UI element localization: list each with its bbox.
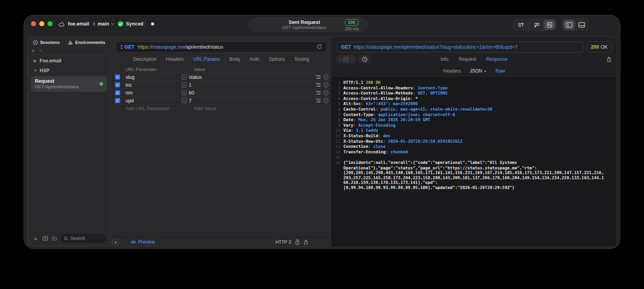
line-number: 14 xyxy=(333,149,340,155)
request-url-bar[interactable]: GET https://statuspage.me/api/embed/stat… xyxy=(116,42,327,53)
tab-auth[interactable]: Auth xyxy=(250,56,259,62)
code-segment: Content-Type xyxy=(418,85,448,90)
minimize-window-button[interactable] xyxy=(39,21,44,26)
code-segment: : xyxy=(368,144,373,149)
tab-headers[interactable]: Headers xyxy=(166,56,184,62)
search-input[interactable]: Search xyxy=(60,234,106,243)
add-session-button[interactable]: + xyxy=(31,47,39,54)
tab-response[interactable]: Response xyxy=(486,56,507,62)
toggle-sidebar-button[interactable] xyxy=(563,20,575,30)
tab-info[interactable]: Info xyxy=(441,56,449,62)
remove-session-button[interactable]: − xyxy=(39,47,46,54)
tab-description[interactable]: Description xyxy=(133,56,157,62)
chain-sync-button[interactable] xyxy=(531,20,543,30)
code-segment: chunked xyxy=(390,149,408,154)
param-value[interactable]: 60 xyxy=(189,90,316,96)
lock-button[interactable] xyxy=(303,239,308,245)
tab-sessions[interactable]: Sessions xyxy=(33,40,60,45)
export-response-button[interactable] xyxy=(606,56,612,63)
tree-group-hsp[interactable]: ▼ HSP xyxy=(29,66,109,75)
request-method[interactable]: GET xyxy=(124,44,135,50)
tree-group-foe-email[interactable]: ▶ Foe.email xyxy=(29,56,109,65)
param-checkbox[interactable]: ✓ xyxy=(115,75,120,80)
share-request-button[interactable] xyxy=(295,239,300,245)
response-viewer: GET https://statuspage.me/api/embed/stat… xyxy=(332,37,617,247)
drag-handle-icon[interactable] xyxy=(316,99,321,102)
history-button[interactable] xyxy=(359,55,370,64)
param-value[interactable]: status xyxy=(189,75,316,80)
tab-options[interactable]: Options xyxy=(269,56,285,62)
code-segment: Access-Control-Allow-Methods xyxy=(343,91,413,95)
url-host: statuspage.me xyxy=(152,44,184,50)
param-value[interactable]: 1 xyxy=(189,82,316,88)
tab-testing[interactable]: Testing xyxy=(294,56,309,62)
project-name: foe.email xyxy=(68,21,89,27)
subtab-json[interactable]: JSON xyxy=(470,68,487,74)
code-segment: HTTP/1.1 xyxy=(343,80,366,85)
param-checkbox[interactable]: ✓ xyxy=(115,90,120,95)
prev-response-button[interactable]: ‹ xyxy=(337,55,343,63)
param-checkbox[interactable]: ✓ xyxy=(115,98,120,103)
preview-button[interactable]: </> Preview xyxy=(131,239,155,245)
tab-url-params[interactable]: URL Params xyxy=(193,56,220,62)
sort-order-button[interactable] xyxy=(515,20,527,30)
next-response-button[interactable]: › xyxy=(349,55,355,63)
drag-handle-icon[interactable] xyxy=(316,83,321,86)
code-line: 60,218,159,138,178,135,173,141],"upd": xyxy=(333,180,614,185)
main-content: Sessions Environments +− ▶ Foe.email ▼ H… xyxy=(27,36,617,247)
sent-url-box[interactable]: GET https://statuspage.me/api/embed/stat… xyxy=(336,42,584,53)
list-options-icon xyxy=(51,236,58,241)
add-param-placeholder[interactable]: Add URL Parameter xyxy=(126,106,194,111)
resend-button[interactable] xyxy=(317,44,322,51)
zoom-window-button[interactable] xyxy=(47,21,53,26)
subtab-headers[interactable]: Headers xyxy=(443,68,461,74)
tab-body[interactable]: Body xyxy=(230,56,240,62)
param-checkbox[interactable]: ✓ xyxy=(115,82,120,87)
transfer-panel-button[interactable] xyxy=(544,20,555,30)
status-code-badge: 200 xyxy=(345,19,358,26)
toggle-bottom-panel-button[interactable] xyxy=(576,20,587,30)
param-value[interactable]: 7 xyxy=(189,98,316,104)
subtab-raw[interactable]: Raw xyxy=(496,68,505,74)
branch-selector[interactable]: main xyxy=(91,20,115,28)
sync-status[interactable]: Synced xyxy=(117,20,143,28)
search-placeholder: Search xyxy=(70,236,85,241)
code-segment: Mon, 26 Jan 2026 20:29:59 GMT xyxy=(358,117,430,122)
view-options-button[interactable] xyxy=(51,235,58,242)
new-group-button[interactable] xyxy=(42,235,49,242)
sent-request-pill[interactable]: Sent Request GET /api/embed/status 200 2… xyxy=(248,18,368,32)
equals-type-icon[interactable]: = xyxy=(182,82,187,87)
drag-handle-icon[interactable] xyxy=(316,75,321,78)
sidebar-item-request[interactable]: Request GET /api/embed/status xyxy=(31,76,107,92)
line-number: 2 xyxy=(333,85,340,91)
code-line: 6Cache-Control: public, max-age=15, stal… xyxy=(333,107,614,112)
tab-environments[interactable]: Environments xyxy=(68,40,105,45)
close-window-button[interactable] xyxy=(31,21,36,26)
protocol-selector[interactable]: HTTP xyxy=(275,240,292,244)
remove-param-icon[interactable] xyxy=(323,98,328,103)
code-segment: GET, OPTIONS xyxy=(418,91,448,95)
add-request-button[interactable]: + xyxy=(32,235,39,242)
add-value-placeholder[interactable]: Add Value xyxy=(194,106,216,111)
add-param-row[interactable]: Add URL Parameter Add Value xyxy=(111,104,331,112)
remove-param-icon[interactable] xyxy=(323,90,328,95)
equals-type-icon[interactable]: = xyxy=(182,90,187,95)
table-header: URL Parameter Value xyxy=(111,66,331,73)
code-segment: Access-Control-Allow-Origin xyxy=(343,96,410,101)
expand-panel-button[interactable]: ▲ xyxy=(112,239,119,245)
remove-param-icon[interactable] xyxy=(323,82,328,87)
equals-type-icon[interactable]: = xyxy=(182,75,187,80)
param-name[interactable]: slug xyxy=(126,75,182,80)
line-number: 13 xyxy=(333,144,340,149)
param-name[interactable]: rtm xyxy=(126,90,182,96)
param-name[interactable]: inc xyxy=(126,82,182,88)
drag-handle-icon[interactable] xyxy=(316,91,321,94)
project-selector[interactable]: foe.email xyxy=(58,20,89,28)
equals-type-icon[interactable]: = xyxy=(182,98,187,103)
icon-divider xyxy=(529,22,529,28)
tab-request[interactable]: Request xyxy=(459,56,476,62)
new-folder-icon xyxy=(42,236,48,241)
param-name[interactable]: upd xyxy=(126,98,182,104)
response-body[interactable]: 1HTTP/1.1 200 OK2Access-Control-Allow-He… xyxy=(332,76,617,247)
remove-param-icon[interactable] xyxy=(323,75,328,80)
